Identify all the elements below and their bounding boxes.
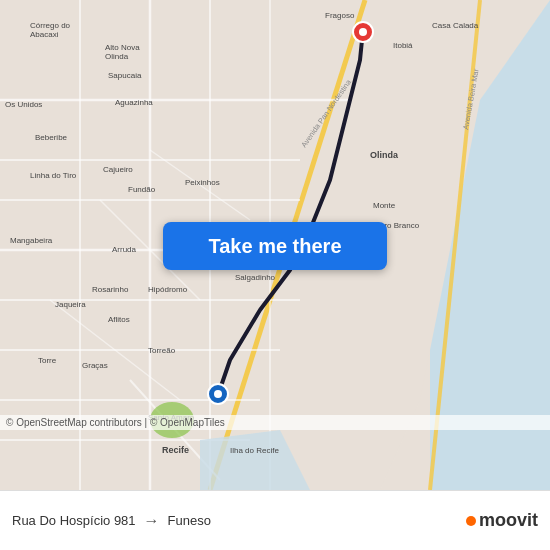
svg-text:Hipódromo: Hipódromo: [148, 285, 188, 294]
destination-label: Funeso: [168, 513, 211, 528]
arrow-icon: →: [144, 512, 160, 530]
svg-text:Torreão: Torreão: [148, 346, 176, 355]
svg-text:Sapucaia: Sapucaia: [108, 71, 142, 80]
svg-text:Alto Nova: Alto Nova: [105, 43, 140, 52]
map-container: Córrego do Abacaxi Alto Nova Olinda Sapu…: [0, 0, 550, 490]
svg-text:Aguazinha: Aguazinha: [115, 98, 153, 107]
svg-text:Ilha do Recife: Ilha do Recife: [230, 446, 279, 455]
svg-text:Córrego do: Córrego do: [30, 21, 71, 30]
svg-text:Linha do Tiro: Linha do Tiro: [30, 171, 77, 180]
moovit-logo-text: moovit: [479, 510, 538, 531]
moovit-logo: moovit: [466, 510, 538, 531]
svg-text:Beberibe: Beberibe: [35, 133, 68, 142]
moovit-dot: [466, 516, 476, 526]
take-me-there-button[interactable]: Take me there: [163, 222, 387, 270]
svg-point-58: [359, 28, 367, 36]
origin-label: Rua Do Hospício 981: [12, 513, 136, 528]
svg-text:Abacaxi: Abacaxi: [30, 30, 59, 39]
svg-text:Rosarinho: Rosarinho: [92, 285, 129, 294]
svg-text:Salgadinho: Salgadinho: [235, 273, 276, 282]
svg-text:Itobiá: Itobiá: [393, 41, 413, 50]
svg-text:Peixinhos: Peixinhos: [185, 178, 220, 187]
svg-text:Olinda: Olinda: [370, 150, 399, 160]
route-info: Rua Do Hospício 981 → Funeso: [12, 512, 466, 530]
svg-point-60: [214, 390, 222, 398]
svg-text:Graças: Graças: [82, 361, 108, 370]
svg-text:Arruda: Arruda: [112, 245, 137, 254]
svg-text:Mangabeira: Mangabeira: [10, 236, 53, 245]
svg-text:Casa Calada: Casa Calada: [432, 21, 479, 30]
svg-text:Recife: Recife: [162, 445, 189, 455]
svg-text:Os Unidos: Os Unidos: [5, 100, 42, 109]
svg-text:Olinda: Olinda: [105, 52, 129, 61]
svg-text:Jaqueira: Jaqueira: [55, 300, 86, 309]
svg-text:Aflitos: Aflitos: [108, 315, 130, 324]
svg-text:Monte: Monte: [373, 201, 396, 210]
svg-text:Cajueiro: Cajueiro: [103, 165, 133, 174]
svg-text:Torre: Torre: [38, 356, 57, 365]
bottom-navigation-bar: Rua Do Hospício 981 → Funeso moovit: [0, 490, 550, 550]
svg-text:Fragoso: Fragoso: [325, 11, 355, 20]
copyright-notice: © OpenStreetMap contributors | © OpenMap…: [0, 415, 550, 430]
svg-text:Fundão: Fundão: [128, 185, 156, 194]
